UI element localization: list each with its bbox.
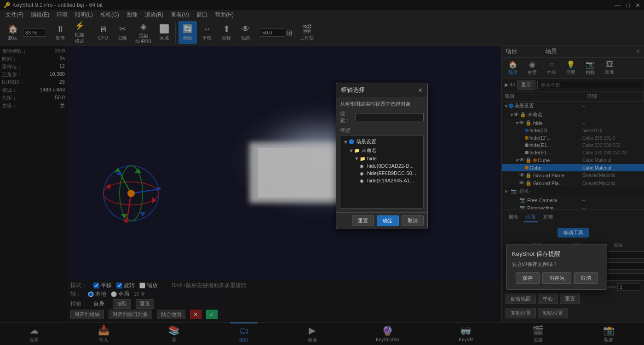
dtree-h1[interactable]: ◉ hide(0DC0AD22-D... [342, 162, 421, 170]
dialog-body: 从树形图或实时视图中选择对象 搜索： 模型 ▼ 🔵 场景设置 ▼ 📁 未命名 [336, 97, 427, 212]
dtree-scene-name: 场景设置 [356, 138, 376, 145]
pivot-dialog: 枢轴选择 ✕ 从树形图或实时视图中选择对象 搜索： 模型 ▼ 🔵 场景设置 ▼ … [336, 83, 428, 229]
dialog-close-button[interactable]: ✕ [418, 87, 423, 94]
dialog-title: 枢轴选择 [341, 86, 365, 94]
dtree-unnamed-name: 未命名 [362, 147, 377, 154]
dtree-h2-name: hide(EF6B9DCC-50... [367, 170, 416, 176]
save-title: KeyShot 保存提醒 [512, 250, 601, 258]
save-cancel-button[interactable]: 取消 [574, 272, 598, 284]
dialog-description: 从树形图或实时视图中选择对象 [340, 101, 424, 107]
dtree-hide[interactable]: ▼ 📁 hide [342, 155, 421, 162]
save-buttons: 保存 另存为 取消 [512, 272, 601, 284]
dtree-h3-name: hide(E19A2845-A1... [367, 178, 414, 183]
dialog-overlay[interactable]: 枢轴选择 ✕ 从树形图或实时视图中选择对象 搜索： 模型 ▼ 🔵 场景设置 ▼ … [0, 0, 644, 345]
dtree-h3[interactable]: ◉ hide(E19A2845-A1... [342, 177, 421, 184]
save-description: 要立即保存文件吗？ [512, 261, 601, 268]
dialog-tree-header: 模型 [340, 127, 424, 134]
dtree-h1-name: hide(0DC0AD22-D... [367, 163, 414, 169]
dialog-header: 枢轴选择 ✕ [336, 83, 427, 97]
save-dialog: KeyShot 保存提醒 要立即保存文件吗？ 保存 另存为 取消 [506, 244, 607, 290]
dialog-cancel-button[interactable]: 取消 [402, 215, 424, 226]
dialog-search-label: 搜索： [340, 110, 354, 124]
dialog-search-input[interactable] [356, 113, 424, 121]
dialog-footer: 重置 确定 取消 [336, 212, 427, 229]
dtree-unnamed[interactable]: ▼ 📁 未命名 [342, 146, 421, 155]
dtree-scene[interactable]: ▼ 🔵 场景设置 [342, 137, 421, 146]
dialog-reset-button[interactable]: 重置 [352, 215, 374, 226]
dialog-tree: ▼ 🔵 场景设置 ▼ 📁 未命名 ▼ 📁 hide [340, 135, 424, 209]
save-as-button[interactable]: 另存为 [542, 272, 571, 284]
save-button[interactable]: 保存 [516, 272, 540, 284]
dtree-hide-name: hide [367, 156, 377, 161]
dialog-search: 搜索： [340, 110, 424, 124]
dtree-h2[interactable]: ◉ hide(EF6B9DCC-50... [342, 170, 421, 177]
dialog-ok-button[interactable]: 确定 [377, 215, 399, 226]
